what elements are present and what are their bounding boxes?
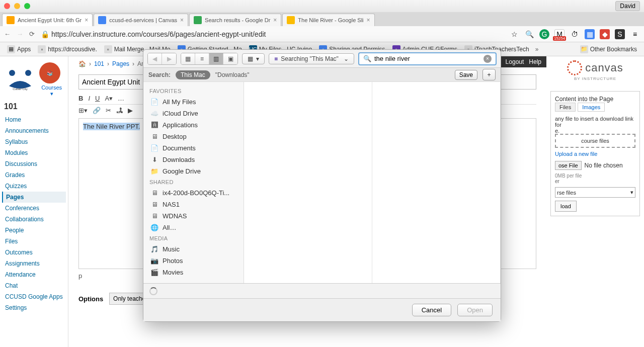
list-view-button[interactable]: ≡ — [195, 53, 209, 64]
open-button[interactable]: Open — [457, 304, 493, 316]
link-button[interactable]: 🔗 — [93, 107, 101, 114]
finder-sidebar-item[interactable]: 📄All My Files — [145, 96, 242, 108]
choose-file-button[interactable]: ose File — [555, 161, 582, 170]
clear-search-button[interactable]: × — [484, 55, 492, 63]
finder-sidebar-item[interactable]: 🅰Applications — [145, 119, 242, 131]
extension-icon[interactable]: ◆ — [600, 29, 610, 39]
courses-dropdown[interactable]: Courses ▾ — [39, 84, 64, 97]
finder-sidebar-item[interactable]: 🎬Movies — [145, 267, 242, 278]
close-tab-icon[interactable]: × — [273, 17, 277, 24]
bookmark-item[interactable]: ▫https://drcousdive. — [35, 44, 100, 55]
star-bookmark-icon[interactable]: ☆ — [509, 29, 519, 39]
finder-sidebar-item[interactable]: 🌐All… — [145, 222, 242, 233]
finder-sidebar-item[interactable]: 📁Google Drive — [145, 165, 242, 177]
course-nav-item[interactable]: Conferences — [2, 203, 66, 214]
browser-tab[interactable]: Ancient Egypt Unit: 6th Gr × — [2, 14, 93, 26]
upload-button[interactable]: load — [555, 201, 577, 212]
browser-tab[interactable]: The Nile River - Google Sli × — [282, 14, 374, 26]
breadcrumb-link[interactable]: Pages — [112, 60, 129, 67]
bookmarks-overflow[interactable]: » — [533, 44, 541, 54]
table-button[interactable]: ⊞▾ — [78, 107, 88, 114]
images-tab[interactable]: Images — [578, 103, 605, 112]
finder-sidebar-item[interactable]: 🖥WDNAS — [145, 210, 242, 222]
unlink-button[interactable]: ✂ — [106, 107, 111, 114]
save-search-button[interactable]: Save — [455, 70, 477, 80]
folder-select[interactable]: rse files▾ — [555, 187, 635, 198]
breadcrumb-link[interactable]: 101 — [94, 60, 104, 67]
course-avatar[interactable]: 📚 — [39, 62, 60, 83]
cancel-button[interactable]: Cancel — [412, 304, 451, 316]
group-by-dropdown[interactable]: ▦ ▾ — [242, 53, 265, 64]
finder-sidebar-item[interactable]: 🖥ix4-200d-BO0Q6Q-Ti... — [145, 187, 242, 199]
close-tab-icon[interactable]: × — [85, 17, 88, 24]
course-nav-item[interactable]: People — [2, 225, 66, 236]
course-files-dropzone[interactable]: course files — [555, 134, 635, 148]
home-icon[interactable]: 🏠 — [78, 60, 86, 67]
reload-button[interactable]: ⟳ — [29, 30, 35, 38]
underline-button[interactable]: U — [95, 95, 100, 102]
more-button[interactable]: … — [118, 95, 124, 102]
finder-sidebar-item[interactable]: 📄Documents — [145, 142, 242, 154]
finder-sidebar-item[interactable]: 🎵Music — [145, 243, 242, 255]
bookmark-apps[interactable]: ▦Apps — [4, 44, 34, 55]
extension-icon[interactable]: ▦ — [585, 29, 595, 39]
address-bar[interactable]: 🔒 https://culver.instructure.com/courses… — [41, 30, 503, 38]
back-button[interactable]: ← — [4, 30, 11, 38]
close-tab-icon[interactable]: × — [367, 17, 370, 24]
extension-icon[interactable]: S — [615, 29, 625, 39]
finder-column[interactable] — [244, 82, 372, 283]
add-criteria-button[interactable]: ＋ — [482, 69, 496, 80]
column-view-button[interactable]: ▥ — [209, 53, 223, 64]
browser-tab[interactable]: Search results - Google Dr × — [189, 14, 281, 26]
finder-sidebar-item[interactable]: 🖥NAS1 — [145, 199, 242, 210]
upload-new-file-link[interactable]: Upload a new file — [555, 151, 635, 157]
text-color-button[interactable]: A▾ — [105, 95, 113, 102]
header-link[interactable]: Logout — [506, 58, 524, 65]
scope-this-mac[interactable]: This Mac — [176, 70, 210, 79]
course-nav-item[interactable]: Pages — [2, 192, 66, 203]
finder-column[interactable] — [372, 82, 501, 283]
course-nav-item[interactable]: Attendance — [2, 269, 66, 280]
gmail-extension-icon[interactable]: M15254 — [554, 29, 565, 39]
chrome-menu-icon[interactable]: ≡ — [630, 29, 640, 39]
course-nav-item[interactable]: Home — [2, 114, 66, 125]
course-nav-item[interactable]: Syllabus — [2, 136, 66, 147]
finder-sidebar-item[interactable]: 🖥Desktop — [145, 131, 242, 142]
bold-button[interactable]: B — [78, 95, 83, 102]
minimize-window-button[interactable] — [14, 3, 20, 9]
finder-sidebar-item[interactable]: 📷Photos — [145, 255, 242, 267]
course-nav-item[interactable]: Files — [2, 236, 66, 247]
course-nav-item[interactable]: Quizzes — [2, 181, 66, 192]
course-nav-item[interactable]: Assignments — [2, 258, 66, 269]
extension-icon[interactable]: G — [539, 29, 549, 39]
finder-sidebar-item[interactable]: ⬇Downloads — [145, 154, 242, 165]
browser-tab[interactable]: ccusd-ed-services | Canvas × — [94, 14, 188, 26]
finder-search-field[interactable]: 🔍 × — [358, 52, 497, 65]
course-nav-item[interactable]: Announcements — [2, 125, 66, 136]
zoom-window-button[interactable] — [24, 3, 30, 9]
finder-sidebar-item[interactable]: ☁️iCloud Drive — [145, 108, 242, 119]
media-button[interactable]: ▶ — [128, 107, 133, 114]
italic-button[interactable]: I — [88, 95, 90, 102]
icon-view-button[interactable]: ▦ — [181, 53, 195, 64]
search-location-dropdown[interactable]: ■ Searching "This Mac" ⌄ — [269, 53, 354, 64]
finder-search-input[interactable] — [374, 55, 480, 62]
course-nav-item[interactable]: Collaborations — [2, 214, 66, 225]
user-menu-badge[interactable]: David — [615, 1, 640, 11]
close-window-button[interactable] — [4, 3, 10, 9]
course-nav-item[interactable]: Discussions — [2, 158, 66, 169]
forward-button[interactable]: → — [17, 30, 23, 38]
course-nav-item[interactable]: Modules — [2, 147, 66, 158]
course-nav-item[interactable]: Grades — [2, 169, 66, 181]
image-button[interactable]: 🏞 — [116, 107, 123, 114]
course-nav-item[interactable]: CCUSD Google Apps — [2, 291, 66, 302]
finder-forward-button[interactable]: ▶ — [162, 53, 176, 64]
extension-icon[interactable]: ⏱ — [570, 29, 580, 39]
header-link[interactable]: Help — [529, 58, 541, 65]
scope-downloads[interactable]: "Downloads" — [215, 71, 250, 78]
files-tab[interactable]: Files — [555, 103, 576, 112]
course-nav-item[interactable]: Chat — [2, 280, 66, 291]
course-nav-item[interactable]: Outcomes — [2, 247, 66, 258]
course-nav-item[interactable]: Settings — [2, 302, 66, 313]
other-bookmarks[interactable]: 📁Other Bookmarks — [577, 44, 640, 55]
